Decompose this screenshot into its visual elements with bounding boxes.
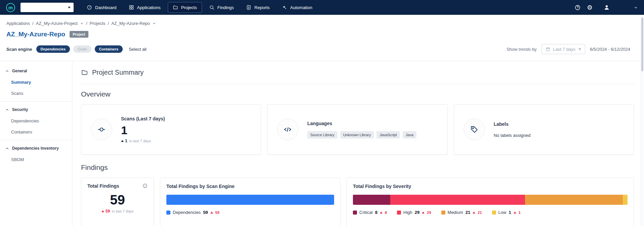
labels-empty-text: No labels assigned xyxy=(494,133,531,138)
language-tag: JavaScript xyxy=(376,131,400,139)
nav-label: Findings xyxy=(217,5,234,10)
legend-delta: 8 xyxy=(385,211,387,215)
breadcrumb-application-name[interactable]: AZ_My-Azure-Project xyxy=(36,21,78,26)
trend-up-icon xyxy=(473,212,475,214)
sidebar-section-security[interactable]: Security xyxy=(0,104,72,115)
sidebar-section-general[interactable]: General xyxy=(0,65,72,77)
legend-label: High xyxy=(403,210,412,215)
sidebar-section-title: General xyxy=(12,69,27,73)
top-navigation-bar: m Dashboard Applications Projects Findin… xyxy=(0,0,644,15)
breadcrumb-project-name[interactable]: AZ_My-Azure-Repo xyxy=(111,21,150,26)
tag-icon xyxy=(470,125,479,134)
breadcrumb-projects[interactable]: Projects xyxy=(90,21,106,26)
total-findings-title: Total Findings xyxy=(87,183,119,189)
gear-icon: ⚙ xyxy=(587,4,593,11)
legend-label: Medium xyxy=(448,210,463,215)
sidebar-section-dependencies-inventory[interactable]: Dependencies Inventory xyxy=(0,143,72,154)
sidebar-section-title: Security xyxy=(12,107,28,112)
sidebar-item-containers[interactable]: Containers xyxy=(0,126,72,138)
total-findings-delta: 59 xyxy=(106,209,110,214)
legend-label: Dependencies xyxy=(173,210,201,215)
language-tag: Unknown Library xyxy=(340,131,374,139)
legend-value: 29 xyxy=(415,210,419,215)
severity-segment-high xyxy=(390,195,525,205)
mend-logo[interactable]: m xyxy=(6,3,15,12)
nav-item-applications[interactable]: Applications xyxy=(124,2,166,13)
nav-item-dashboard[interactable]: Dashboard xyxy=(82,2,122,13)
breadcrumb-separator: / xyxy=(86,21,87,26)
nav-item-reports[interactable]: Reports xyxy=(241,2,275,13)
legend-label: Low xyxy=(498,210,507,215)
low-swatch xyxy=(492,211,496,215)
scan-engine-pill-containers[interactable]: Containers xyxy=(95,45,123,53)
primary-nav: Dashboard Applications Projects Findings… xyxy=(82,2,317,13)
sidebar-item-summary[interactable]: Summary xyxy=(0,77,72,88)
trends-period-dropdown[interactable]: Last 7 days xyxy=(541,44,586,54)
labels-icon-circle xyxy=(464,119,485,140)
user-account-button[interactable] xyxy=(603,4,610,11)
severity-segment-medium xyxy=(525,195,623,205)
scan-engine-pill-dependencies[interactable]: Dependencies xyxy=(36,45,70,53)
left-sidebar: General Summary Scans Security Dependenc… xyxy=(0,61,72,226)
language-tag: Java xyxy=(403,131,416,139)
help-button[interactable] xyxy=(574,4,581,11)
main-panel: Project Summary Overview Scans (Last 7 d… xyxy=(72,61,644,226)
trend-up-icon xyxy=(121,140,124,142)
legend-delta: 21 xyxy=(478,211,482,215)
chevron-down-icon xyxy=(578,48,581,50)
breadcrumb: Applications / AZ_My-Azure-Project / Pro… xyxy=(0,15,644,26)
total-findings-card: Total Findings 59 59 in last 7 days xyxy=(81,178,154,226)
calendar-icon xyxy=(546,47,550,51)
nav-item-projects[interactable]: Projects xyxy=(168,2,202,13)
total-findings-value: 59 xyxy=(87,192,148,208)
trends-date-range: 6/5/2024 - 6/12/2024 xyxy=(590,47,630,52)
nav-label: Dashboard xyxy=(95,5,117,10)
chevron-down-icon xyxy=(152,22,156,25)
scans-delta-caption: in last 7 days xyxy=(129,139,151,143)
breadcrumb-applications[interactable]: Applications xyxy=(6,21,30,26)
scans-card-title: Scans (Last 7 days) xyxy=(121,116,165,121)
nav-item-findings[interactable]: Findings xyxy=(204,2,239,13)
nav-item-automation[interactable]: Automation xyxy=(277,2,317,13)
severity-segment-low xyxy=(623,195,628,205)
severity-bar xyxy=(353,195,628,205)
chevron-down-icon xyxy=(80,22,84,25)
labels-card-title: Labels xyxy=(494,121,531,127)
page-title: AZ_My-Azure-Repo xyxy=(6,31,65,38)
select-all-link[interactable]: Select all xyxy=(129,47,147,52)
nav-label: Automation xyxy=(290,5,312,10)
legend-value: 1 xyxy=(509,210,511,215)
languages-card-title: Languages xyxy=(307,121,416,126)
sidebar-item-dependencies[interactable]: Dependencies xyxy=(0,115,72,126)
legend-item-high: High 29 29 xyxy=(397,210,431,215)
legend-value: 59 xyxy=(203,210,208,215)
sidebar-divider xyxy=(0,101,72,102)
vertical-scrollbar-thumb[interactable] xyxy=(641,17,643,71)
scan-engine-pill-code: Code xyxy=(73,45,91,53)
sidebar-item-sbom[interactable]: SBOM xyxy=(0,154,72,165)
vertical-scrollbar-track xyxy=(641,15,644,226)
legend-item-dependencies: Dependencies 59 59 xyxy=(166,210,219,215)
automation-sparkles-icon xyxy=(282,5,287,10)
project-summary-title: Project Summary xyxy=(92,69,144,76)
legend-value: 8 xyxy=(375,210,377,215)
scan-engine-row: Scan engine Dependencies Code Containers… xyxy=(6,44,638,61)
account-menu-toggle[interactable] xyxy=(634,5,638,10)
sidebar-item-scans[interactable]: Scans xyxy=(0,88,72,99)
legend-delta: 1 xyxy=(519,211,521,215)
user-icon xyxy=(603,4,610,11)
org-selector-dropdown[interactable] xyxy=(21,3,74,12)
scans-delta: 1 xyxy=(125,139,127,143)
info-icon[interactable] xyxy=(143,183,148,190)
by-engine-title: Total Findings by Scan Engine xyxy=(166,184,235,189)
project-switcher-toggle[interactable] xyxy=(152,22,156,25)
trends-period-value: Last 7 days xyxy=(553,47,576,52)
scans-count: 1 xyxy=(121,124,165,137)
show-trends-by-label: Show trends by xyxy=(507,47,537,52)
breadcrumb-separator: / xyxy=(108,21,109,26)
sidebar-divider xyxy=(0,140,72,140)
settings-button[interactable]: ⚙ xyxy=(587,4,593,11)
by-severity-title: Total Findings by Severity xyxy=(353,184,411,189)
application-switcher-toggle[interactable] xyxy=(80,22,84,25)
nav-label: Projects xyxy=(181,5,197,10)
